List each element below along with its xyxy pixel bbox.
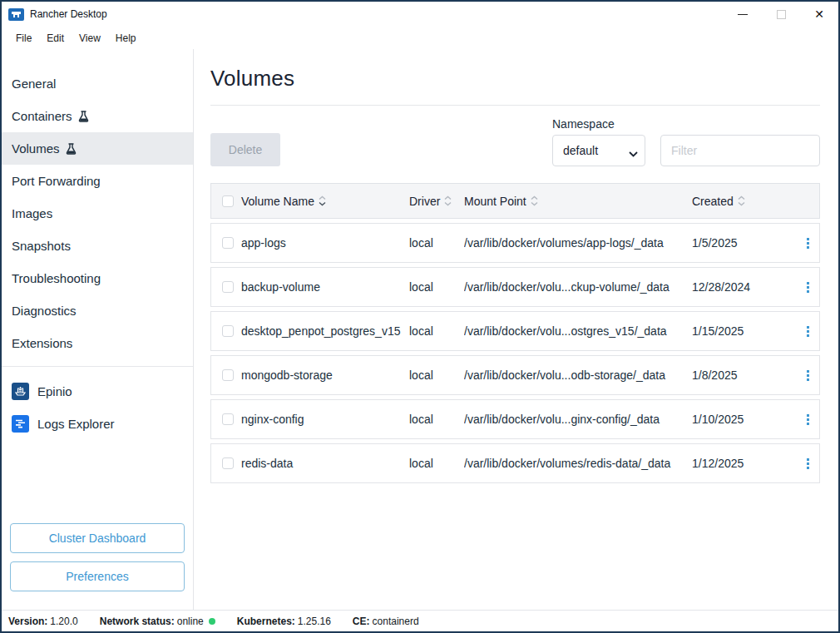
created-cell: 1/8/2025 [692, 368, 797, 382]
epinio-icon [12, 383, 29, 400]
menu-file[interactable]: File [8, 29, 39, 47]
filter-input[interactable] [660, 135, 820, 166]
sidebar-item-label: Images [12, 206, 52, 220]
created-cell: 1/10/2025 [692, 413, 797, 426]
window-controls: ✕ [724, 2, 838, 27]
row-checkbox[interactable] [222, 413, 234, 425]
online-status-dot [209, 618, 215, 625]
sidebar-item-label: Troubleshooting [12, 271, 101, 285]
toolbar: Delete Namespace default [210, 117, 820, 166]
sidebar-item-diagnostics[interactable]: Diagnostics [2, 294, 193, 327]
driver-cell: local [409, 324, 464, 338]
status-bar: Version:1.20.0 Network status:online Kub… [2, 610, 838, 631]
row-actions-kebab-icon[interactable] [803, 323, 813, 340]
main-content: Volumes Delete Namespace default [194, 49, 838, 610]
column-header-driver[interactable]: Driver [409, 195, 464, 208]
title-bar: Rancher Desktop ✕ [2, 2, 838, 27]
delete-button[interactable]: Delete [210, 133, 280, 166]
maximize-icon[interactable] [762, 2, 800, 27]
sidebar-item-containers[interactable]: Containers [2, 100, 193, 132]
volume-name-cell: app-logs [241, 236, 409, 250]
table-row: redis-data local /var/lib/docker/volumes… [210, 443, 820, 483]
sidebar-item-label: Logs Explorer [37, 417, 115, 431]
app-window: Rancher Desktop ✕ File Edit View Help Ge… [0, 0, 840, 633]
driver-cell: local [409, 368, 464, 382]
sidebar-item-label: Containers [12, 109, 72, 123]
title-divider [210, 105, 820, 106]
mount-point-cell: /var/lib/docker/volu...ckup-volume/_data [464, 280, 692, 294]
table-row: desktop_penpot_postgres_v15 local /var/l… [210, 311, 820, 351]
select-all-checkbox[interactable] [222, 195, 234, 207]
sidebar-item-images[interactable]: Images [2, 197, 193, 230]
driver-cell: local [409, 280, 464, 294]
volume-name-cell: nginx-config [241, 413, 409, 426]
row-actions-kebab-icon[interactable] [803, 367, 813, 384]
status-item: Kubernetes:1.25.16 [237, 616, 331, 627]
table-row: app-logs local /var/lib/docker/volumes/a… [210, 223, 820, 263]
row-actions-kebab-icon[interactable] [803, 411, 813, 428]
status-item: Network status:online [100, 616, 215, 627]
app-title: Rancher Desktop [30, 8, 107, 20]
driver-cell: local [409, 236, 464, 250]
sidebar-item-snapshots[interactable]: Snapshots [2, 230, 193, 262]
sidebar-item-extensions[interactable]: Extensions [2, 327, 193, 359]
sidebar-item-troubleshooting[interactable]: Troubleshooting [2, 262, 193, 294]
mount-point-cell: /var/lib/docker/volu...ostgres_v15/_data [464, 324, 692, 338]
sidebar: General Containers Volumes [2, 49, 194, 610]
namespace-select[interactable]: default [552, 135, 645, 166]
row-checkbox[interactable] [222, 325, 234, 337]
created-cell: 12/28/2024 [692, 280, 797, 294]
row-actions-kebab-icon[interactable] [803, 455, 813, 472]
driver-cell: local [409, 457, 464, 470]
row-checkbox[interactable] [222, 237, 234, 249]
driver-cell: local [409, 413, 464, 426]
row-actions-kebab-icon[interactable] [803, 235, 813, 252]
row-checkbox[interactable] [222, 457, 234, 469]
logs-explorer-icon [12, 415, 29, 433]
sidebar-item-label: Epinio [37, 384, 72, 398]
sidebar-item-label: Extensions [12, 336, 72, 350]
volumes-table: Volume Name Driver Mount Point [210, 183, 820, 483]
sort-carets-icon [738, 195, 745, 206]
table-row: mongodb-storage local /var/lib/docker/vo… [210, 355, 820, 395]
created-cell: 1/12/2025 [692, 457, 797, 470]
column-header-volume-name[interactable]: Volume Name [241, 195, 409, 208]
sidebar-item-label: Port Forwarding [12, 174, 101, 188]
namespace-label: Namespace [552, 117, 645, 131]
sort-carets-icon [531, 195, 538, 206]
volume-name-cell: desktop_penpot_postgres_v15 [241, 324, 409, 338]
minimize-icon[interactable] [724, 2, 762, 27]
status-item: Version:1.20.0 [8, 616, 78, 627]
preferences-button[interactable]: Preferences [10, 561, 185, 591]
sidebar-item-volumes[interactable]: Volumes [2, 132, 193, 165]
menu-bar: File Edit View Help [2, 27, 838, 49]
sidebar-item-epinio[interactable]: Epinio [2, 375, 193, 408]
sidebar-item-logs-explorer[interactable]: Logs Explorer [2, 408, 193, 440]
menu-view[interactable]: View [72, 29, 108, 47]
rancher-desktop-logo-icon [8, 8, 24, 21]
table-header-row: Volume Name Driver Mount Point [210, 183, 820, 219]
sidebar-item-general[interactable]: General [2, 67, 193, 100]
menu-help[interactable]: Help [108, 29, 144, 47]
page-title: Volumes [210, 66, 820, 91]
sort-carets-icon [444, 195, 452, 206]
menu-edit[interactable]: Edit [39, 29, 72, 47]
row-checkbox[interactable] [222, 281, 234, 293]
sidebar-item-label: Volumes [12, 141, 60, 156]
cluster-dashboard-button[interactable]: Cluster Dashboard [10, 523, 185, 553]
created-cell: 1/15/2025 [692, 324, 797, 338]
row-checkbox[interactable] [222, 369, 234, 381]
column-header-mount-point[interactable]: Mount Point [464, 195, 692, 208]
experimental-flask-icon [78, 111, 89, 122]
column-header-created[interactable]: Created [692, 195, 797, 208]
mount-point-cell: /var/lib/docker/volumes/redis-data/_data [464, 457, 692, 470]
row-actions-kebab-icon[interactable] [803, 279, 813, 296]
table-row: backup-volume local /var/lib/docker/volu… [210, 267, 820, 307]
created-cell: 1/5/2025 [692, 236, 797, 250]
sidebar-item-port-forwarding[interactable]: Port Forwarding [2, 165, 193, 197]
experimental-flask-icon [66, 143, 77, 155]
sidebar-item-label: Snapshots [12, 239, 71, 253]
mount-point-cell: /var/lib/docker/volu...odb-storage/_data [464, 368, 692, 382]
close-icon[interactable]: ✕ [800, 2, 838, 27]
mount-point-cell: /var/lib/docker/volu...ginx-config/_data [464, 413, 692, 426]
